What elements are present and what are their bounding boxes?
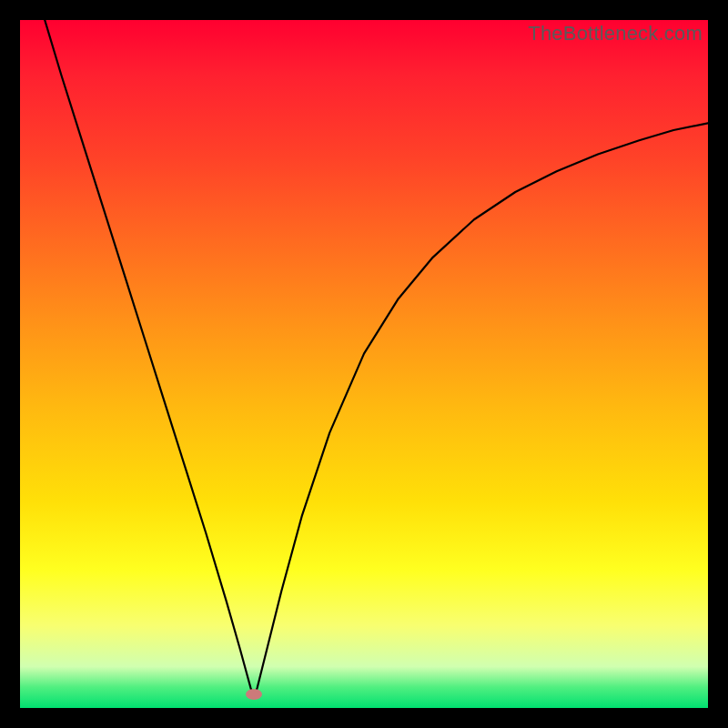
chart-svg xyxy=(20,20,708,708)
bottleneck-curve xyxy=(20,20,708,698)
chart-plot-area: TheBottleneck.com xyxy=(20,20,708,708)
optimum-marker xyxy=(246,689,262,700)
